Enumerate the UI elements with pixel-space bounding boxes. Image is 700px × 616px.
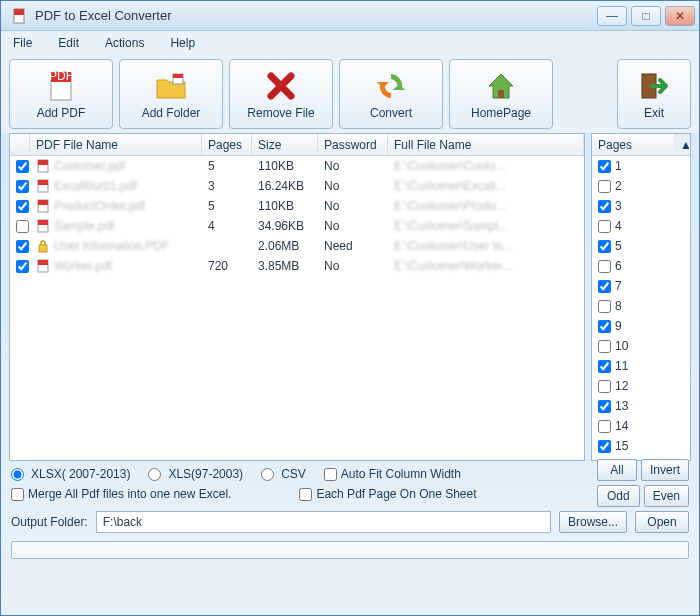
add-pdf-button[interactable]: PDF Add PDF — [9, 59, 113, 129]
page-row[interactable]: 5 — [592, 236, 690, 256]
pages-header[interactable]: Pages — [592, 134, 674, 155]
page-row[interactable]: 10 — [592, 336, 690, 356]
even-button[interactable]: Even — [644, 485, 689, 507]
page-checkbox[interactable] — [598, 160, 611, 173]
page-select-buttons: All Invert Odd Even — [597, 459, 689, 507]
odd-button[interactable]: Odd — [597, 485, 640, 507]
page-row[interactable]: 12 — [592, 376, 690, 396]
page-checkbox[interactable] — [598, 180, 611, 193]
page-row[interactable]: 1 — [592, 156, 690, 176]
page-row[interactable]: 7 — [592, 276, 690, 296]
table-row[interactable]: ProductOrder.pdf5110KBNoE:\Customer\Prod… — [10, 196, 584, 216]
table-row[interactable]: Customer.pdf5110KBNoE:\Customer\Custo... — [10, 156, 584, 176]
file-pages — [202, 236, 252, 256]
file-pages: 720 — [202, 256, 252, 276]
page-number: 10 — [615, 339, 628, 353]
convert-button[interactable]: Convert — [339, 59, 443, 129]
close-button[interactable]: ✕ — [665, 6, 695, 26]
col-pages[interactable]: Pages — [202, 134, 252, 155]
browse-button[interactable]: Browse... — [559, 511, 627, 533]
table-row[interactable]: Worker.pdf7203.85MBNoE:\Customer\Worker.… — [10, 256, 584, 276]
pages-panel: Pages▲ 123456789101112131415 — [591, 133, 691, 461]
page-row[interactable]: 6 — [592, 256, 690, 276]
file-size: 2.06MB — [252, 236, 318, 256]
output-row: Output Folder: Browse... Open — [1, 507, 699, 537]
page-checkbox[interactable] — [598, 360, 611, 373]
page-row[interactable]: 9 — [592, 316, 690, 336]
col-password[interactable]: Password — [318, 134, 388, 155]
page-row[interactable]: 8 — [592, 296, 690, 316]
invert-button[interactable]: Invert — [641, 459, 689, 481]
file-name: Sample.pdf — [54, 219, 115, 233]
page-checkbox[interactable] — [598, 300, 611, 313]
menu-help[interactable]: Help — [166, 34, 199, 52]
file-password: No — [318, 216, 388, 236]
page-rows: 123456789101112131415 — [592, 156, 690, 460]
format-xlsx-radio[interactable]: XLSX( 2007-2013) — [11, 467, 130, 481]
col-name[interactable]: PDF File Name — [30, 134, 202, 155]
page-checkbox[interactable] — [598, 340, 611, 353]
menu-file[interactable]: File — [9, 34, 36, 52]
menu-actions[interactable]: Actions — [101, 34, 148, 52]
format-xls-radio[interactable]: XLS(97-2003) — [148, 467, 243, 481]
page-checkbox[interactable] — [598, 380, 611, 393]
row-checkbox[interactable] — [16, 200, 29, 213]
file-list-header: PDF File Name Pages Size Password Full F… — [10, 134, 584, 156]
row-checkbox[interactable] — [16, 220, 29, 233]
titlebar: PDF to Excel Converter — □ ✕ — [1, 1, 699, 31]
file-password: No — [318, 176, 388, 196]
svg-rect-14 — [38, 200, 48, 205]
pdf-file-icon: PDF — [43, 68, 79, 104]
table-row[interactable]: Excalibur01.pdf316.24KBNoE:\Customer\Exc… — [10, 176, 584, 196]
row-checkbox[interactable] — [16, 240, 29, 253]
open-button[interactable]: Open — [635, 511, 689, 533]
page-row[interactable]: 13 — [592, 396, 690, 416]
page-checkbox[interactable] — [598, 420, 611, 433]
page-number: 13 — [615, 399, 628, 413]
file-pages: 3 — [202, 176, 252, 196]
page-checkbox[interactable] — [598, 240, 611, 253]
app-window: PDF to Excel Converter — □ ✕ File Edit A… — [0, 0, 700, 616]
page-checkbox[interactable] — [598, 400, 611, 413]
row-checkbox[interactable] — [16, 260, 29, 273]
format-csv-radio[interactable]: CSV — [261, 467, 306, 481]
home-icon — [483, 68, 519, 104]
page-row[interactable]: 11 — [592, 356, 690, 376]
page-checkbox[interactable] — [598, 220, 611, 233]
output-folder-input[interactable] — [96, 511, 551, 533]
file-size: 16.24KB — [252, 176, 318, 196]
merge-checkbox[interactable]: Merge All Pdf files into one new Excel. — [11, 487, 231, 501]
page-checkbox[interactable] — [598, 320, 611, 333]
add-folder-button[interactable]: Add Folder — [119, 59, 223, 129]
page-row[interactable]: 2 — [592, 176, 690, 196]
table-row[interactable]: User information.PDF2.06MBNeedE:\Custome… — [10, 236, 584, 256]
page-checkbox[interactable] — [598, 440, 611, 453]
page-checkbox[interactable] — [598, 200, 611, 213]
page-row[interactable]: 14 — [592, 416, 690, 436]
page-number: 7 — [615, 279, 622, 293]
page-row[interactable]: 15 — [592, 436, 690, 456]
col-fullname[interactable]: Full File Name — [388, 134, 584, 155]
page-row[interactable]: 4 — [592, 216, 690, 236]
file-name: Customer.pdf — [54, 159, 125, 173]
minimize-button[interactable]: — — [597, 6, 627, 26]
col-size[interactable]: Size — [252, 134, 318, 155]
row-checkbox[interactable] — [16, 160, 29, 173]
table-row[interactable]: Sample.pdf434.96KBNoE:\Customer\Sampl... — [10, 216, 584, 236]
remove-file-button[interactable]: Remove File — [229, 59, 333, 129]
exit-button[interactable]: Exit — [617, 59, 691, 129]
page-number: 11 — [615, 359, 628, 373]
row-checkbox[interactable] — [16, 180, 29, 193]
autofit-checkbox[interactable]: Auto Fit Column Width — [324, 467, 461, 481]
maximize-button[interactable]: □ — [631, 6, 661, 26]
convert-icon — [373, 68, 409, 104]
menu-edit[interactable]: Edit — [54, 34, 83, 52]
eachpage-checkbox[interactable]: Each Pdf Page On One Sheet — [299, 487, 476, 501]
page-number: 1 — [615, 159, 622, 173]
page-checkbox[interactable] — [598, 280, 611, 293]
page-number: 14 — [615, 419, 628, 433]
homepage-button[interactable]: HomePage — [449, 59, 553, 129]
page-checkbox[interactable] — [598, 260, 611, 273]
page-row[interactable]: 3 — [592, 196, 690, 216]
all-button[interactable]: All — [597, 459, 637, 481]
